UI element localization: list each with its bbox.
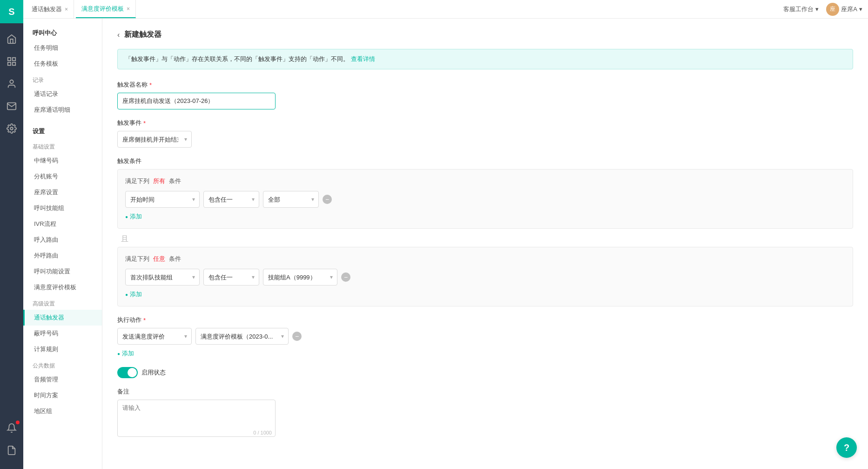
- form-section-note: 备注 0 / 1000: [117, 387, 853, 438]
- nav-item-skill-group[interactable]: 呼叫技能组: [23, 200, 102, 216]
- condition-any-col1-select[interactable]: 首次排队技能组: [125, 269, 200, 285]
- condition-all-remove-btn[interactable]: −: [323, 195, 332, 204]
- sidebar-grid[interactable]: [0, 50, 23, 73]
- condition-any-col2-select[interactable]: 包含任一: [203, 269, 259, 285]
- condition-any-col2-wrapper: 包含任一: [203, 269, 259, 285]
- nav-item-relay[interactable]: 中继号码: [23, 153, 102, 169]
- action-row: 发送满意度评价 满意度评价模板（2023-0... −: [117, 328, 853, 345]
- icon-sidebar: S: [0, 0, 23, 469]
- workspace-label: 客服工作台: [783, 5, 814, 14]
- condition-any-col3-wrapper: 技能组A（9999）: [263, 269, 337, 285]
- condition-any-remove-btn[interactable]: −: [341, 272, 350, 282]
- sidebar-home[interactable]: [0, 28, 23, 50]
- action-col1-select[interactable]: 发送满意度评价: [117, 328, 192, 345]
- condition-col3-select[interactable]: 全部: [263, 191, 319, 208]
- condition-any-col3-select[interactable]: 技能组A（9999）: [263, 269, 337, 285]
- page-title: 新建触发器: [124, 30, 161, 40]
- event-select[interactable]: 座席侧挂机并开始结束通...: [117, 131, 192, 148]
- name-label: 触发器名称 *: [117, 81, 853, 89]
- condition-col2-select[interactable]: 包含任一: [203, 191, 259, 208]
- toggle-slider: [117, 367, 138, 378]
- nav-item-call-trigger[interactable]: 通话触发器: [23, 310, 102, 326]
- app-logo[interactable]: S: [0, 0, 23, 23]
- sidebar-gear[interactable]: [0, 117, 23, 140]
- back-button[interactable]: ‹: [117, 31, 120, 39]
- note-textarea-wrapper: 0 / 1000: [117, 400, 276, 438]
- nav-item-call-features[interactable]: 呼叫功能设置: [23, 264, 102, 279]
- name-required: *: [149, 82, 152, 88]
- enable-toggle-label: 启用状态: [117, 367, 853, 378]
- action-remove-btn[interactable]: −: [292, 332, 302, 341]
- nav-item-outbound-route[interactable]: 外呼路由: [23, 248, 102, 264]
- action-required: *: [143, 317, 146, 324]
- user-label: 座席A: [841, 5, 857, 14]
- nav-item-audio-mgmt[interactable]: 音频管理: [23, 372, 102, 387]
- condition-any-title: 满足下列 任意 条件: [125, 255, 845, 263]
- nav-item-task-detail[interactable]: 任务明细: [23, 40, 102, 56]
- workspace-switcher[interactable]: 客服工作台 ▾: [783, 5, 819, 14]
- and-divider: 且: [117, 234, 853, 244]
- sidebar-user[interactable]: [0, 73, 23, 95]
- condition-any-add-btn[interactable]: 添加: [125, 290, 845, 299]
- nav-item-seat-settings[interactable]: 座席设置: [23, 184, 102, 200]
- sidebar-mail[interactable]: [0, 95, 23, 117]
- nav-item-extension[interactable]: 分机账号: [23, 169, 102, 184]
- nav-sub-basic: 基础设置: [23, 138, 102, 153]
- sidebar-bell[interactable]: [0, 417, 23, 439]
- nav-item-ivr[interactable]: IVR流程: [23, 216, 102, 232]
- tab-satisfaction[interactable]: 满意度评价模板 ×: [76, 0, 136, 18]
- condition-any-col1-wrapper: 首次排队技能组: [125, 269, 200, 285]
- action-add-btn[interactable]: 添加: [117, 349, 853, 358]
- nav-item-calc-rules[interactable]: 计算规则: [23, 341, 102, 357]
- action-col1-wrapper: 发送满意度评价: [117, 328, 192, 345]
- page-header: ‹ 新建触发器: [117, 30, 853, 40]
- nav-item-time-plan[interactable]: 时间方案: [23, 387, 102, 403]
- condition-all-add-btn[interactable]: 添加: [125, 212, 845, 221]
- action-col2-wrapper: 满意度评价模板（2023-0...: [195, 328, 289, 345]
- info-box: 「触发事件」与「动作」存在关联关系，不同的「触发事件」支持的「动作」不同。 查看…: [117, 49, 853, 69]
- sidebar-docs[interactable]: [0, 439, 23, 462]
- svg-rect-3: [13, 62, 15, 65]
- form-section-event: 触发事件 * 座席侧挂机并开始结束通...: [117, 119, 853, 148]
- nav-item-inbound-route[interactable]: 呼入路由: [23, 232, 102, 248]
- form-section-enable: 启用状态: [117, 367, 853, 378]
- form-section-name: 触发器名称 *: [117, 81, 853, 109]
- svg-rect-1: [13, 58, 15, 61]
- svg-point-5: [10, 127, 13, 130]
- tab-trigger-close[interactable]: ×: [65, 6, 68, 13]
- info-link[interactable]: 查看详情: [351, 55, 375, 62]
- form-section-action: 执行动作 * 发送满意度评价 满意度评价模板（2023-0... − 添加: [117, 316, 853, 358]
- condition-col1-select[interactable]: 开始时间: [125, 191, 200, 208]
- action-col2-select[interactable]: 满意度评价模板（2023-0...: [195, 328, 289, 345]
- event-select-wrapper: 座席侧挂机并开始结束通...: [117, 131, 192, 148]
- user-menu[interactable]: 座 座席A ▾: [826, 3, 862, 16]
- tab-satisfaction-close[interactable]: ×: [127, 6, 130, 12]
- nav-section-records: 记录: [23, 72, 102, 86]
- nav-sub-advanced: 高级设置: [23, 295, 102, 310]
- svg-rect-0: [8, 58, 11, 61]
- nav-sub-public: 公共数据: [23, 357, 102, 372]
- topbar-tabs: 通话触发器 × 满意度评价模板 ×: [26, 0, 136, 18]
- name-input[interactable]: [117, 93, 276, 109]
- nav-section-settings: 设置: [23, 122, 102, 138]
- nav-item-seat-records[interactable]: 座席通话明细: [23, 102, 102, 118]
- user-avatar: 座: [826, 3, 839, 16]
- nav-item-region[interactable]: 地区组: [23, 403, 102, 419]
- tab-trigger[interactable]: 通话触发器 ×: [26, 0, 74, 18]
- enable-toggle[interactable]: [117, 367, 138, 378]
- nav-item-satisfaction[interactable]: 满意度评价模板: [23, 279, 102, 295]
- help-button[interactable]: ?: [836, 437, 857, 458]
- note-textarea[interactable]: [117, 400, 276, 437]
- event-label: 触发事件 *: [117, 119, 853, 127]
- note-count: 0 / 1000: [253, 430, 272, 435]
- condition-all-keyword: 所有: [153, 177, 165, 185]
- form-section-condition: 触发条件 满足下列 所有 条件 开始时间 包含任一: [117, 157, 853, 306]
- enable-label: 启用状态: [141, 368, 166, 377]
- nav-item-blacklist[interactable]: 蔽呼号码: [23, 326, 102, 341]
- nav-item-task-template[interactable]: 任务模板: [23, 56, 102, 72]
- condition-all-row1: 开始时间 包含任一 全部 −: [125, 191, 845, 208]
- nav-section-call-center: 呼叫中心: [23, 23, 102, 40]
- topbar: 通话触发器 × 满意度评价模板 × 客服工作台 ▾ 座 座席A ▾: [0, 0, 868, 19]
- condition-label: 触发条件: [117, 157, 853, 165]
- nav-item-call-records[interactable]: 通话记录: [23, 86, 102, 102]
